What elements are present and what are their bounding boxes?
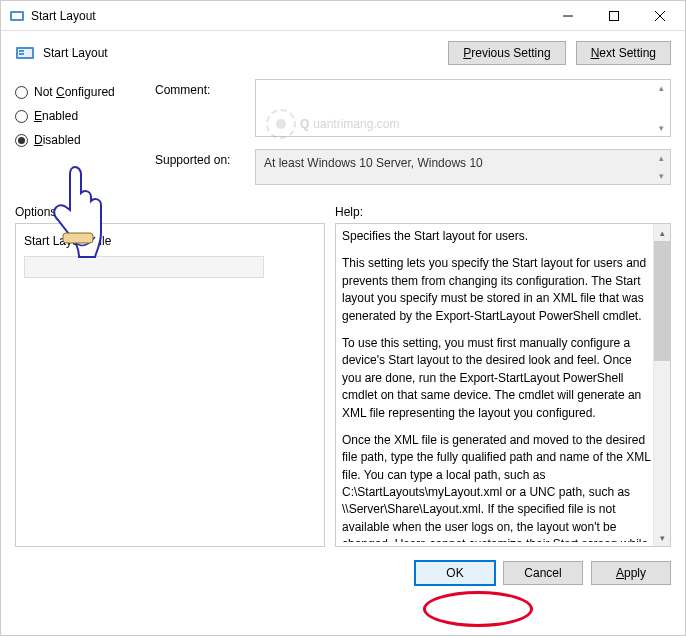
comment-label: Comment: xyxy=(155,79,245,97)
window-controls xyxy=(545,1,683,31)
start-layout-file-input[interactable] xyxy=(24,256,264,278)
comment-textarea[interactable]: ▴▾ xyxy=(255,79,671,137)
help-paragraph: This setting lets you specify the Start … xyxy=(342,255,652,325)
radio-icon xyxy=(15,86,28,99)
dialog-buttons: OK Cancel Apply xyxy=(1,553,685,593)
header: Start Layout Previous Setting Next Setti… xyxy=(1,31,685,75)
scroll-up-icon[interactable]: ▴ xyxy=(654,224,670,241)
help-label: Help: xyxy=(335,205,671,219)
supported-on-box: At least Windows 10 Server, Windows 10 ▴… xyxy=(255,149,671,185)
svg-rect-3 xyxy=(610,11,619,20)
radio-icon xyxy=(15,110,28,123)
radio-label: Disabled xyxy=(34,133,81,147)
options-pane: Start Layout File xyxy=(15,223,325,547)
annotation-ellipse xyxy=(423,591,533,627)
apply-button[interactable]: Apply xyxy=(591,561,671,585)
cancel-button[interactable]: Cancel xyxy=(503,561,583,585)
start-layout-file-label: Start Layout File xyxy=(24,234,316,248)
radio-label: Not Configured xyxy=(34,85,115,99)
scroll-down-icon[interactable]: ▾ xyxy=(653,169,669,183)
policy-icon xyxy=(15,43,35,63)
previous-setting-button[interactable]: Previous Setting xyxy=(448,41,565,65)
policy-title: Start Layout xyxy=(43,46,108,60)
scroll-down-icon[interactable]: ▾ xyxy=(653,121,669,135)
radio-disabled[interactable]: Disabled xyxy=(15,133,145,147)
scroll-down-icon[interactable]: ▾ xyxy=(654,529,670,546)
radio-icon xyxy=(15,134,28,147)
titlebar: Start Layout xyxy=(1,1,685,31)
radio-label: Enabled xyxy=(34,109,78,123)
svg-rect-8 xyxy=(19,50,24,52)
ok-button[interactable]: OK xyxy=(415,561,495,585)
radio-enabled[interactable]: Enabled xyxy=(15,109,145,123)
app-icon xyxy=(9,8,25,24)
help-scrollbar[interactable]: ▴ ▾ xyxy=(653,224,670,546)
svg-rect-1 xyxy=(12,13,22,19)
svg-rect-9 xyxy=(19,53,24,55)
supported-on-text: At least Windows 10 Server, Windows 10 xyxy=(264,156,483,170)
radio-not-configured[interactable]: Not Configured xyxy=(15,85,145,99)
maximize-button[interactable] xyxy=(591,1,637,31)
state-radio-group: Not Configured Enabled Disabled xyxy=(15,79,145,147)
help-paragraph: Specifies the Start layout for users. xyxy=(342,228,652,245)
supported-label: Supported on: xyxy=(155,149,245,167)
help-paragraph: To use this setting, you must first manu… xyxy=(342,335,652,422)
scroll-up-icon[interactable]: ▴ xyxy=(653,151,669,165)
scroll-up-icon[interactable]: ▴ xyxy=(653,81,669,95)
close-button[interactable] xyxy=(637,1,683,31)
scroll-thumb[interactable] xyxy=(654,241,670,361)
help-pane: Specifies the Start layout for users. Th… xyxy=(335,223,671,547)
next-setting-button[interactable]: Next Setting xyxy=(576,41,671,65)
options-label: Options: xyxy=(15,205,325,219)
minimize-button[interactable] xyxy=(545,1,591,31)
help-text: Specifies the Start layout for users. Th… xyxy=(342,228,652,542)
help-paragraph: Once the XML file is generated and moved… xyxy=(342,432,652,542)
window-title: Start Layout xyxy=(31,9,545,23)
